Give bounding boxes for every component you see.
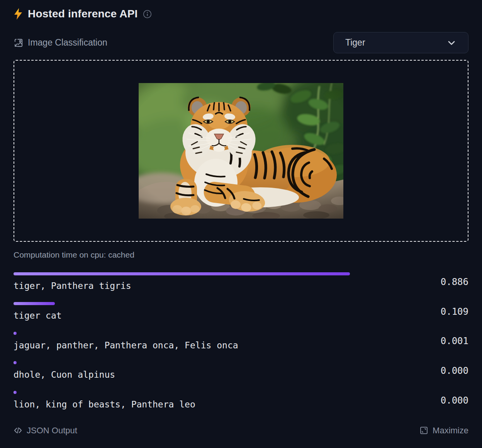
result-row: tiger, Panthera tigris 0.886	[14, 272, 468, 292]
score-bar	[14, 361, 17, 364]
task-label: Image Classification	[28, 37, 107, 48]
result-score: 0.000	[434, 395, 468, 406]
info-icon[interactable]	[143, 10, 152, 19]
classification-results: tiger, Panthera tigris 0.886 tiger cat 0…	[14, 272, 468, 410]
json-output-label: JSON Output	[27, 426, 77, 436]
image-classification-icon	[14, 38, 24, 48]
example-selector-value: Tiger	[345, 37, 365, 48]
result-label: tiger cat	[14, 310, 393, 321]
result-row: dhole, Cuon alpinus 0.000	[14, 361, 468, 380]
lightning-icon	[14, 8, 23, 20]
score-bar	[14, 332, 17, 335]
result-label: lion, king of beasts, Panthera leo	[14, 399, 393, 410]
result-label: dhole, Cuon alpinus	[14, 369, 393, 380]
widget-header: Hosted inference API	[14, 8, 468, 20]
maximize-icon	[419, 426, 428, 435]
result-score: 0.886	[434, 277, 468, 287]
page-title: Hosted inference API	[28, 8, 138, 20]
result-score: 0.109	[434, 306, 468, 317]
computation-time: Computation time on cpu: cached	[14, 250, 468, 260]
json-output-button[interactable]: JSON Output	[14, 426, 77, 436]
result-row: tiger cat 0.109	[14, 302, 468, 321]
maximize-label: Maximize	[433, 426, 468, 436]
result-row: lion, king of beasts, Panthera leo 0.000	[14, 391, 468, 410]
score-bar	[14, 391, 17, 394]
result-score: 0.000	[434, 365, 468, 376]
result-label: jaguar, panther, Panthera onca, Felis on…	[14, 340, 393, 351]
maximize-button[interactable]: Maximize	[419, 426, 468, 436]
example-image-tiger	[139, 83, 343, 219]
code-icon	[14, 426, 22, 435]
hosted-inference-widget: Hosted inference API Image Cla	[0, 0, 482, 448]
task-label-group: Image Classification	[14, 37, 107, 48]
result-label: tiger, Panthera tigris	[14, 280, 393, 292]
score-bar	[14, 302, 55, 305]
result-score: 0.001	[434, 336, 468, 346]
chevron-down-icon	[446, 38, 457, 48]
example-selector[interactable]: Tiger	[333, 32, 468, 53]
image-dropzone[interactable]	[14, 60, 468, 242]
widget-footer: JSON Output Maximize	[14, 426, 468, 436]
result-row: jaguar, panther, Panthera onca, Felis on…	[14, 332, 468, 351]
score-bar	[14, 272, 350, 275]
task-row: Image Classification Tiger	[14, 32, 468, 53]
